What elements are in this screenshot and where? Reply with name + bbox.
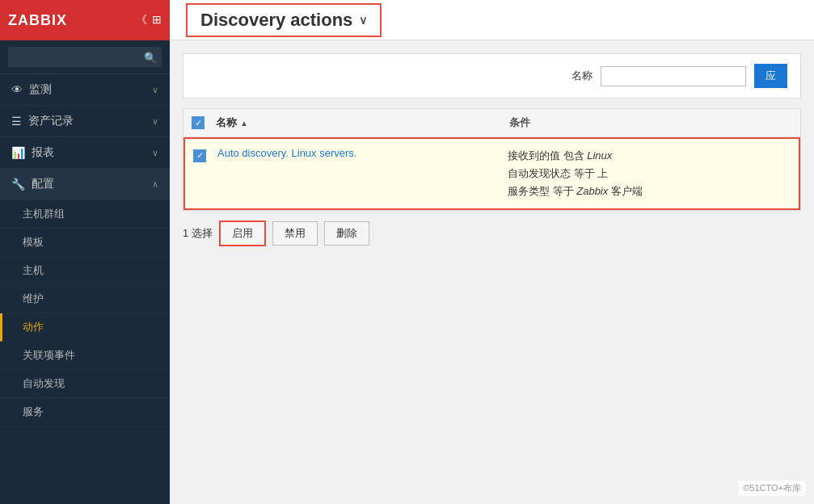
- chevron-down-icon: ∨: [152, 85, 158, 95]
- sidebar-item-label: 资产记录: [28, 114, 146, 128]
- row-checkbox[interactable]: [193, 149, 206, 162]
- condition-1: 接收到的值 包含 Linux: [508, 147, 791, 165]
- condition-3: 服务类型 等于 Zabbix 客户端: [508, 183, 791, 200]
- watermark: ©51CTO+布库: [738, 481, 806, 496]
- page-title: Discovery actions: [200, 10, 352, 31]
- sidebar-item-auto-discovery[interactable]: 自动发现: [0, 370, 170, 398]
- main-content: Discovery actions ∨ 名称 应 名称 ▲ 条件: [170, 0, 814, 504]
- delete-button[interactable]: 删除: [324, 221, 369, 246]
- row-name-cell: Auto discovery. Linux servers.: [217, 147, 508, 159]
- sidebar: ZABBIX 《 ⊞ 🔍 👁 监测 ∨ ☰ 资产记录 ∨ 📊 报表 ∨ 🔧 配置…: [0, 0, 170, 504]
- content-area: 名称 应 名称 ▲ 条件 Auto discover: [170, 40, 814, 504]
- search-area: 🔍: [0, 40, 170, 74]
- sidebar-item-assets[interactable]: ☰ 资产记录 ∨: [0, 106, 170, 137]
- filter-name-input[interactable]: [601, 66, 746, 86]
- sidebar-item-corr-events[interactable]: 关联项事件: [0, 342, 170, 370]
- col-conditions-header: 条件: [509, 116, 792, 130]
- sidebar-item-label: 监测: [29, 82, 146, 97]
- reports-icon: 📊: [11, 146, 25, 159]
- zabbix-logo: ZABBIX: [8, 12, 67, 29]
- select-count: 1 选择: [183, 226, 213, 241]
- bulk-actions-bar: 1 选择 启用 禁用 删除: [183, 211, 801, 256]
- sidebar-item-templates[interactable]: 模板: [0, 229, 170, 257]
- row-checkbox-cell[interactable]: [193, 147, 217, 162]
- sidebar-item-hosts[interactable]: 主机: [0, 257, 170, 285]
- action-name-link[interactable]: Auto discovery. Linux servers.: [217, 147, 356, 159]
- col-name-header: 名称 ▲: [216, 116, 509, 130]
- table-row: Auto discovery. Linux servers. 接收到的值 包含 …: [183, 137, 800, 210]
- assets-icon: ☰: [11, 115, 22, 128]
- actions-table: 名称 ▲ 条件 Auto discovery. Linux servers. 接…: [183, 108, 801, 211]
- select-all-checkbox[interactable]: [192, 116, 216, 130]
- title-dropdown-arrow: ∨: [359, 14, 367, 27]
- top-bar: Discovery actions ∨: [170, 0, 814, 40]
- chevron-down-icon: ∨: [152, 116, 158, 127]
- collapse-icon[interactable]: 《: [136, 13, 147, 27]
- sidebar-item-label: 报表: [32, 145, 146, 160]
- page-title-button[interactable]: Discovery actions ∨: [186, 3, 382, 37]
- apply-filter-button[interactable]: 应: [754, 64, 787, 88]
- sort-icon[interactable]: ▲: [240, 119, 248, 128]
- disable-button[interactable]: 禁用: [272, 221, 318, 246]
- chevron-up-icon: ∧: [152, 179, 158, 190]
- condition-2: 自动发现状态 等于 上: [508, 165, 791, 183]
- config-icon: 🔧: [11, 178, 25, 191]
- sidebar-item-reports[interactable]: 📊 报表 ∨: [0, 137, 170, 169]
- sidebar-item-config[interactable]: 🔧 配置 ∧: [0, 169, 170, 200]
- sidebar-item-host-groups[interactable]: 主机群组: [0, 200, 170, 229]
- table-header: 名称 ▲ 条件: [183, 109, 800, 137]
- sidebar-item-monitor[interactable]: 👁 监测 ∨: [0, 74, 170, 106]
- sidebar-item-maintenance[interactable]: 维护: [0, 285, 170, 313]
- search-input[interactable]: [8, 47, 162, 67]
- enable-button[interactable]: 启用: [219, 220, 266, 246]
- monitor-icon: 👁: [11, 83, 23, 96]
- search-icon: 🔍: [144, 51, 157, 63]
- sidebar-header-icons: 《 ⊞: [136, 13, 162, 27]
- sidebar-item-actions[interactable]: 动作: [0, 313, 170, 342]
- chevron-down-icon: ∨: [152, 148, 158, 158]
- sidebar-item-services[interactable]: 服务: [0, 398, 170, 426]
- sidebar-item-label: 配置: [32, 177, 146, 191]
- filter-bar: 名称 应: [183, 53, 801, 99]
- grid-icon[interactable]: ⊞: [152, 13, 162, 27]
- row-conditions-cell: 接收到的值 包含 Linux 自动发现状态 等于 上 服务类型 等于 Zabbi…: [508, 147, 791, 200]
- sidebar-header: ZABBIX 《 ⊞: [0, 0, 170, 40]
- header-checkbox[interactable]: [192, 116, 205, 129]
- filter-name-label: 名称: [571, 69, 593, 83]
